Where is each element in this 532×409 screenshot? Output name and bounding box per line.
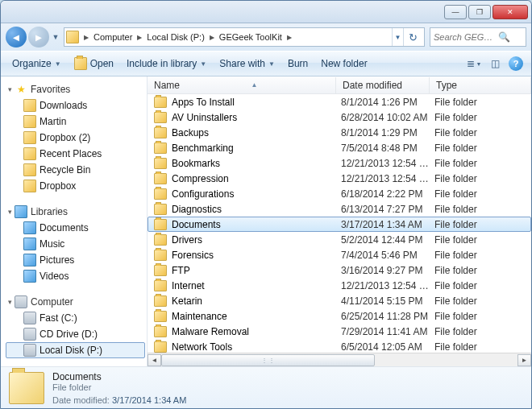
sidebar-item[interactable]: Dropbox (2) bbox=[6, 130, 145, 146]
refresh-button[interactable]: ↻ bbox=[403, 28, 422, 46]
file-list[interactable]: Apps To Install8/1/2014 1:26 PMFile fold… bbox=[148, 94, 531, 353]
folder-icon bbox=[154, 250, 167, 261]
file-type: File folder bbox=[434, 219, 530, 230]
file-row[interactable]: Bookmarks12/21/2013 12:54 …File folder bbox=[148, 155, 531, 171]
sidebar-item[interactable]: CD Drive (D:) bbox=[6, 326, 145, 342]
minimize-button[interactable]: — bbox=[444, 5, 467, 19]
address-bar[interactable]: ▶ Computer ▶ Local Disk (P:) ▶ GEGeek To… bbox=[64, 27, 425, 47]
scroll-track[interactable]: ⋮⋮ bbox=[161, 354, 517, 366]
file-row[interactable]: Benchmarking7/5/2014 8:48 PMFile folder bbox=[148, 140, 531, 155]
sidebar-item-label: Fast (C:) bbox=[39, 312, 77, 324]
sidebar-item-label: Martin bbox=[39, 116, 66, 127]
folder-icon bbox=[154, 219, 167, 230]
chevron-right-icon[interactable]: ▶ bbox=[285, 34, 293, 41]
sidebar-item[interactable]: Music bbox=[6, 236, 145, 252]
breadcrumb-segment[interactable]: GEGeek ToolKit bbox=[216, 31, 285, 43]
file-name: Forensics bbox=[172, 250, 341, 261]
file-row[interactable]: FTP3/16/2014 9:27 PMFile folder bbox=[148, 262, 531, 278]
burn-button[interactable]: Burn bbox=[281, 55, 314, 72]
details-pane: Documents File folder Date modified: 3/1… bbox=[1, 366, 531, 408]
file-date: 6/25/2014 11:28 PM bbox=[341, 311, 434, 322]
scroll-thumb[interactable]: ⋮⋮ bbox=[161, 354, 375, 366]
sidebar-item[interactable]: Documents bbox=[6, 220, 145, 236]
chevron-right-icon[interactable]: ▶ bbox=[135, 34, 143, 41]
file-row[interactable]: Malware Removal7/29/2014 11:41 AMFile fo… bbox=[148, 324, 531, 339]
sidebar-favorites-header[interactable]: ▾★Favorites bbox=[6, 81, 145, 97]
sidebar-item[interactable]: Fast (C:) bbox=[6, 310, 145, 326]
sidebar-item[interactable]: Pictures bbox=[6, 252, 145, 268]
file-date: 7/29/2014 11:41 AM bbox=[341, 326, 434, 337]
file-type: File folder bbox=[434, 341, 531, 353]
file-row[interactable]: Diagnostics6/13/2014 7:27 PMFile folder bbox=[148, 201, 531, 217]
sidebar-item[interactable]: Downloads bbox=[6, 97, 145, 114]
new-folder-button[interactable]: New folder bbox=[314, 55, 373, 72]
file-row[interactable]: AV Uninstallers6/28/2014 10:02 AMFile fo… bbox=[148, 109, 531, 125]
item-icon bbox=[23, 180, 36, 192]
column-date[interactable]: Date modified bbox=[336, 77, 430, 93]
breadcrumb-segment[interactable]: Computer bbox=[90, 31, 135, 43]
file-row[interactable]: Drivers5/2/2014 12:44 PMFile folder bbox=[148, 232, 531, 247]
file-row[interactable]: Maintenance6/25/2014 11:28 PMFile folder bbox=[148, 308, 531, 324]
preview-pane-button[interactable]: ◫ bbox=[486, 55, 504, 72]
search-box[interactable]: 🔍 bbox=[430, 27, 526, 47]
search-input[interactable] bbox=[434, 32, 498, 42]
file-row[interactable]: Backups8/1/2014 1:29 PMFile folder bbox=[148, 125, 531, 140]
sidebar-item[interactable]: Local Disk (P:) bbox=[6, 342, 145, 358]
file-row[interactable]: Internet12/21/2013 12:54 …File folder bbox=[148, 278, 531, 293]
file-type: File folder bbox=[434, 97, 531, 108]
share-with-button[interactable]: Share with▼ bbox=[213, 55, 281, 72]
file-row[interactable]: Network Tools6/5/2014 12:05 AMFile folde… bbox=[148, 339, 531, 353]
include-library-button[interactable]: Include in library▼ bbox=[120, 55, 213, 72]
file-row[interactable]: Forensics7/4/2014 5:46 PMFile folder bbox=[148, 247, 531, 262]
maximize-button[interactable]: ❐ bbox=[468, 5, 491, 19]
file-name: Backups bbox=[172, 127, 341, 138]
file-name: Ketarin bbox=[172, 295, 341, 307]
help-icon: ? bbox=[509, 56, 523, 71]
file-name: Internet bbox=[172, 280, 341, 291]
sidebar-computer-header[interactable]: ▾Computer bbox=[6, 294, 145, 310]
chevron-right-icon[interactable]: ▶ bbox=[208, 34, 216, 41]
folder-icon bbox=[154, 158, 167, 169]
details-title: Documents bbox=[52, 371, 186, 382]
file-name: Drivers bbox=[172, 234, 341, 246]
folder-icon bbox=[154, 311, 167, 322]
file-name: Maintenance bbox=[172, 311, 341, 322]
sidebar-item[interactable]: Dropbox bbox=[6, 178, 145, 194]
column-name[interactable]: Name▲ bbox=[148, 77, 336, 93]
file-row[interactable]: Ketarin4/11/2014 5:15 PMFile folder bbox=[148, 293, 531, 308]
scroll-left-button[interactable]: ◄ bbox=[148, 354, 161, 366]
file-date: 3/17/2014 1:34 AM bbox=[341, 219, 434, 230]
folder-icon bbox=[154, 265, 167, 276]
chevron-right-icon[interactable]: ▶ bbox=[82, 34, 90, 41]
star-icon: ★ bbox=[15, 83, 27, 96]
sidebar-item-label: Music bbox=[39, 238, 64, 250]
close-button[interactable]: ✕ bbox=[493, 5, 528, 19]
sidebar-item[interactable]: Recent Places bbox=[6, 146, 145, 162]
file-name: Malware Removal bbox=[172, 326, 341, 337]
history-dropdown[interactable]: ▼ bbox=[51, 27, 60, 48]
back-button[interactable]: ◄ bbox=[6, 27, 27, 48]
sidebar-item[interactable]: Martin bbox=[6, 114, 145, 130]
sidebar-libraries-header[interactable]: ▾Libraries bbox=[6, 204, 145, 220]
forward-button[interactable]: ► bbox=[28, 27, 49, 48]
open-button[interactable]: Open bbox=[68, 54, 120, 73]
help-button[interactable]: ? bbox=[507, 55, 525, 72]
file-row[interactable]: Configurations6/18/2014 2:22 PMFile fold… bbox=[148, 186, 531, 201]
sidebar-item[interactable]: Videos bbox=[6, 268, 145, 284]
navigation-pane[interactable]: ▾★Favorites DownloadsMartinDropbox (2)Re… bbox=[1, 76, 148, 366]
horizontal-scrollbar[interactable]: ◄ ⋮⋮ ► bbox=[148, 353, 531, 366]
file-row[interactable]: Documents3/17/2014 1:34 AMFile folder bbox=[148, 217, 531, 232]
file-type: File folder bbox=[434, 295, 531, 307]
breadcrumb-segment[interactable]: Local Disk (P:) bbox=[143, 31, 208, 43]
column-type[interactable]: Type bbox=[430, 77, 531, 93]
view-mode-button[interactable]: ≣▼ bbox=[465, 55, 483, 72]
sidebar-item[interactable]: Recycle Bin bbox=[6, 162, 145, 178]
file-row[interactable]: Compression12/21/2013 12:54 …File folder bbox=[148, 171, 531, 186]
organize-button[interactable]: Organize▼ bbox=[6, 55, 68, 72]
file-row[interactable]: Apps To Install8/1/2014 1:26 PMFile fold… bbox=[148, 94, 531, 109]
item-icon bbox=[23, 270, 36, 283]
address-dropdown[interactable]: ▼ bbox=[392, 28, 403, 46]
search-icon[interactable]: 🔍 bbox=[498, 31, 510, 43]
scroll-right-button[interactable]: ► bbox=[517, 354, 531, 366]
file-type: File folder bbox=[434, 143, 531, 154]
